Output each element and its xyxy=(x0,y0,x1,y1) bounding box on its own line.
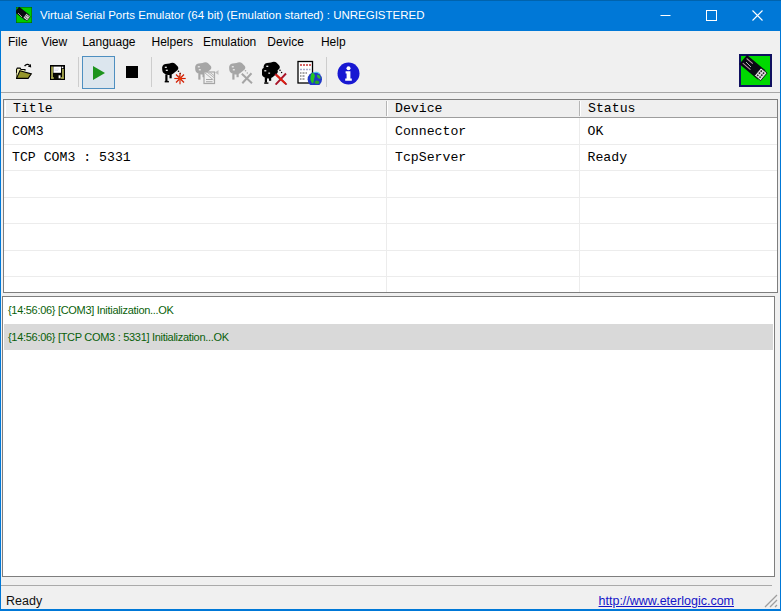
stop-icon xyxy=(126,66,138,78)
column-separator xyxy=(579,118,580,292)
cell-status: Ready xyxy=(580,145,776,171)
info-icon xyxy=(337,62,360,85)
device-manager-button[interactable] xyxy=(296,58,324,86)
maximize-button[interactable] xyxy=(688,0,734,31)
header-separator[interactable] xyxy=(386,101,387,116)
title-bar: Virtual Serial Ports Emulator (64 bit) (… xyxy=(0,0,781,31)
status-text: Ready xyxy=(6,594,42,608)
log-entry-text: {14:56:06} [COM3] Initialization...OK xyxy=(4,304,174,316)
open-button[interactable] xyxy=(16,63,33,79)
play-icon xyxy=(92,66,106,80)
menu-helpers[interactable]: Helpers xyxy=(145,32,200,52)
close-button[interactable] xyxy=(734,0,780,31)
table-row[interactable]: COM3 Connector OK xyxy=(4,118,777,145)
column-header-status[interactable]: Status xyxy=(579,100,777,117)
cell-status: OK xyxy=(580,118,776,144)
cell-device: Connector xyxy=(387,118,580,144)
log-entry-selected[interactable]: {14:56:06} [TCP COM3 : 5331] Initializat… xyxy=(4,324,773,351)
log-entry-text: {14:56:06} [TCP COM3 : 5331] Initializat… xyxy=(4,331,229,343)
delete-device-icon xyxy=(228,59,254,85)
minimize-icon xyxy=(660,10,671,21)
log-panel: {14:56:06} [COM3] Initialization...OK {1… xyxy=(2,296,775,577)
cell-title: TCP COM3 : 5331 xyxy=(4,145,387,171)
table-row[interactable]: TCP COM3 : 5331 TcpServer Ready xyxy=(4,145,777,172)
open-folder-icon xyxy=(16,63,33,79)
menu-bar: File View Language Helpers Emulation Dev… xyxy=(1,31,780,52)
status-bar: Ready http://www.eterlogic.com xyxy=(1,586,780,609)
menu-view[interactable]: View xyxy=(34,32,74,52)
table-row-empty xyxy=(4,171,777,198)
device-properties-button[interactable] xyxy=(193,58,221,86)
menu-emulation[interactable]: Emulation xyxy=(196,32,263,52)
table-row-empty xyxy=(4,251,777,278)
window-title: Virtual Serial Ports Emulator (64 bit) (… xyxy=(40,9,425,21)
create-device-button[interactable] xyxy=(159,58,187,86)
device-properties-icon xyxy=(194,59,220,85)
column-header-device[interactable]: Device xyxy=(386,100,579,117)
menu-device[interactable]: Device xyxy=(260,32,311,52)
devices-table: Title Device Status COM3 Connector OK TC… xyxy=(3,99,778,293)
delete-device-button[interactable] xyxy=(227,58,255,86)
website-link[interactable]: http://www.eterlogic.com xyxy=(599,594,734,608)
cell-device: TcpServer xyxy=(387,145,580,171)
header-separator[interactable] xyxy=(579,101,580,116)
column-header-title[interactable]: Title xyxy=(4,100,386,117)
maximize-icon xyxy=(706,10,717,21)
menu-language[interactable]: Language xyxy=(75,32,142,52)
minimize-button[interactable] xyxy=(642,0,688,31)
delete-all-devices-icon xyxy=(262,59,288,85)
toolbar-separator xyxy=(78,57,79,87)
cell-title: COM3 xyxy=(4,118,387,144)
toolbar-separator xyxy=(326,57,327,87)
table-header: Title Device Status xyxy=(4,100,777,118)
app-icon xyxy=(16,7,32,23)
vspe-logo xyxy=(739,54,772,87)
toolbar-divider xyxy=(1,92,780,93)
log-entry[interactable]: {14:56:06} [COM3] Initialization...OK xyxy=(4,297,773,324)
device-manager-icon xyxy=(297,59,323,85)
table-row-empty xyxy=(4,198,777,225)
save-button[interactable] xyxy=(50,65,65,80)
stop-emulation-button[interactable] xyxy=(120,60,144,84)
toolbar-separator xyxy=(151,57,152,87)
create-device-icon xyxy=(160,59,186,85)
resize-grip[interactable] xyxy=(764,594,778,608)
about-button[interactable] xyxy=(336,61,360,85)
delete-all-devices-button[interactable] xyxy=(261,58,289,86)
menu-file[interactable]: File xyxy=(1,32,34,52)
window-border-left xyxy=(0,31,1,611)
app-window: Virtual Serial Ports Emulator (64 bit) (… xyxy=(0,0,781,611)
menu-help[interactable]: Help xyxy=(314,32,353,52)
toolbar xyxy=(1,52,780,93)
table-row-empty xyxy=(4,224,777,251)
column-separator xyxy=(386,118,387,292)
header-highlight xyxy=(5,101,6,116)
start-emulation-button[interactable] xyxy=(82,56,115,89)
save-floppy-icon xyxy=(50,65,65,80)
close-icon xyxy=(752,10,763,21)
